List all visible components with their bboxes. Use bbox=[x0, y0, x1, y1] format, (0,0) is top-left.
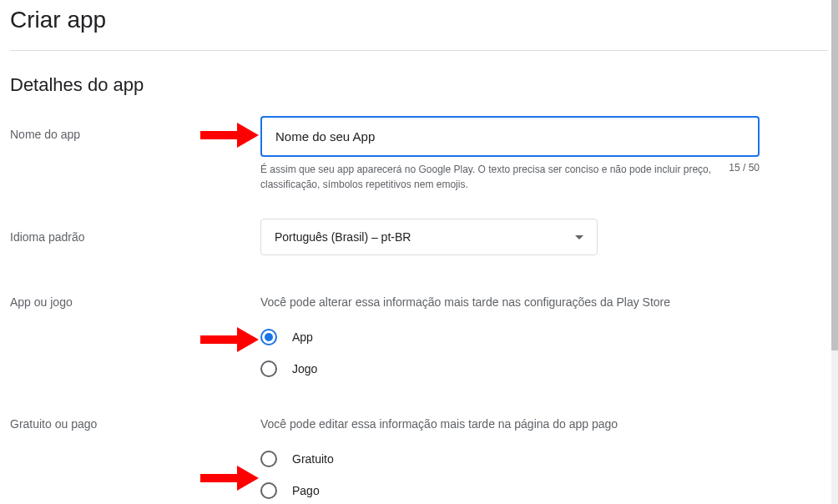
label-language: Idioma padrão bbox=[10, 219, 260, 244]
radio-group-free-or-paid: Gratuito Pago bbox=[260, 451, 770, 499]
input-col-app-or-game: Você pode alterar essa informação mais t… bbox=[260, 295, 770, 377]
chevron-down-icon bbox=[575, 235, 583, 239]
radio-option-game[interactable]: Jogo bbox=[260, 360, 770, 377]
helper-text-app-name: É assim que seu app aparecerá no Google … bbox=[260, 162, 729, 192]
app-name-input[interactable] bbox=[260, 116, 760, 157]
row-app-or-game: App ou jogo Você pode alterar essa infor… bbox=[10, 295, 828, 377]
row-app-name: Nome do app É assim que seu app aparecer… bbox=[10, 116, 828, 192]
divider bbox=[10, 50, 828, 51]
svg-marker-3 bbox=[237, 327, 259, 352]
radio-dot-icon bbox=[265, 333, 273, 341]
input-col-app-name: É assim que seu app aparecerá no Google … bbox=[260, 116, 770, 192]
scrollbar-track[interactable] bbox=[831, 0, 838, 504]
radio-label-paid: Pago bbox=[292, 484, 320, 497]
radio-icon bbox=[260, 360, 277, 377]
radio-label-free: Gratuito bbox=[292, 452, 334, 466]
page-title: Criar app bbox=[10, 7, 828, 33]
scrollbar-thumb[interactable] bbox=[831, 0, 838, 350]
input-col-language: Português (Brasil) – pt-BR bbox=[260, 219, 770, 255]
row-language: Idioma padrão Português (Brasil) – pt-BR bbox=[10, 219, 828, 255]
helper-row: É assim que seu app aparecerá no Google … bbox=[260, 162, 760, 192]
char-count: 15 / 50 bbox=[729, 162, 760, 192]
radio-option-free[interactable]: Gratuito bbox=[260, 451, 770, 467]
radio-label-app: App bbox=[292, 330, 313, 344]
row-free-or-paid: Gratuito ou pago Você pode editar essa i… bbox=[10, 417, 828, 499]
radio-label-game: Jogo bbox=[292, 362, 317, 375]
arrow-annotation-icon bbox=[200, 327, 259, 352]
radio-icon bbox=[260, 451, 277, 467]
radio-option-app[interactable]: App bbox=[260, 329, 770, 345]
label-app-or-game: App ou jogo bbox=[10, 295, 260, 309]
radio-group-app-or-game: App Jogo bbox=[260, 329, 770, 377]
arrow-annotation-icon bbox=[200, 466, 259, 491]
input-col-free-or-paid: Você pode editar essa informação mais ta… bbox=[260, 417, 770, 499]
svg-marker-5 bbox=[237, 466, 259, 491]
svg-rect-4 bbox=[200, 474, 239, 482]
svg-rect-2 bbox=[200, 335, 239, 344]
form-container: Criar app Detalhes do app Nome do app É … bbox=[0, 0, 838, 504]
section-title: Detalhes do app bbox=[10, 74, 828, 96]
info-free-or-paid: Você pode editar essa informação mais ta… bbox=[260, 417, 770, 431]
radio-icon bbox=[260, 329, 277, 345]
radio-icon bbox=[260, 482, 277, 499]
label-free-or-paid: Gratuito ou pago bbox=[10, 417, 260, 431]
language-selected-value: Português (Brasil) – pt-BR bbox=[275, 230, 411, 244]
label-app-name: Nome do app bbox=[10, 116, 260, 141]
radio-option-paid[interactable]: Pago bbox=[260, 482, 770, 499]
info-app-or-game: Você pode alterar essa informação mais t… bbox=[260, 295, 770, 309]
language-select[interactable]: Português (Brasil) – pt-BR bbox=[260, 219, 598, 255]
